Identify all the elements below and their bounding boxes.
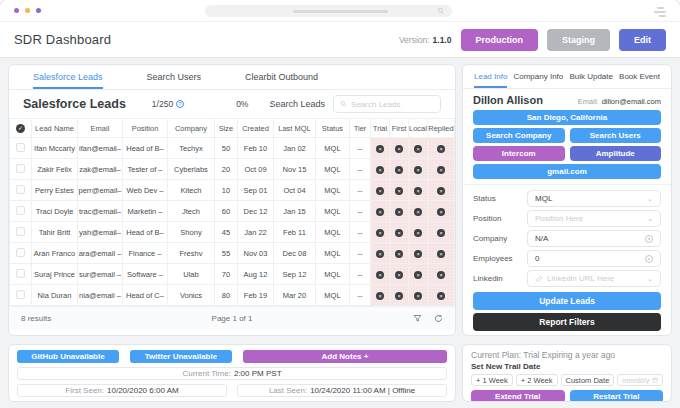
amplitude-button[interactable]: Amplitude: [570, 146, 662, 161]
tab-book-event[interactable]: Book Event: [619, 65, 660, 88]
tab-salesforce-leads[interactable]: Salesforce Leads: [33, 65, 103, 89]
flag-cell: ×: [409, 243, 428, 264]
row-checkbox[interactable]: [16, 290, 25, 299]
cell-name: Nia Duran: [32, 285, 78, 306]
row-checkbox[interactable]: [16, 164, 25, 173]
crossed-circle-icon: ×: [395, 292, 403, 300]
search-leads-label: Search Leads: [269, 99, 325, 109]
row-checkbox[interactable]: [16, 143, 25, 152]
row-checkbox[interactable]: [16, 185, 25, 194]
search-company-button[interactable]: Search Company: [473, 128, 565, 143]
status-select[interactable]: MQL ⌄: [527, 190, 661, 207]
staging-button[interactable]: Staging: [547, 29, 610, 51]
table-row[interactable]: Suraj Princesur@email –Software –Ulab70A…: [10, 264, 455, 285]
extend-trial-button[interactable]: Extend Trial: [471, 390, 565, 402]
help-icon[interactable]: ?: [176, 100, 184, 108]
position-select[interactable]: Position Here ⌄: [527, 210, 661, 227]
table-row[interactable]: Perry Estesperr@email–Web Dev –Kitech10S…: [10, 180, 455, 201]
row-checkbox[interactable]: [16, 206, 25, 215]
crossed-circle-icon: ×: [437, 208, 445, 216]
restart-trial-button[interactable]: Restart Trial: [570, 390, 664, 402]
window-control-dot[interactable]: [25, 8, 30, 13]
row-select-cell: [10, 264, 32, 285]
cell-company: Techyx: [168, 138, 215, 159]
cell-status: MQL: [316, 201, 350, 222]
edit-button[interactable]: Edit: [619, 29, 666, 51]
twitter-button[interactable]: Twitter Unavailable: [130, 350, 232, 363]
tab-clearbit-outbound[interactable]: Clearbit Outbound: [245, 65, 318, 89]
select-all-checkbox[interactable]: ✓: [16, 124, 25, 133]
window-control-dot[interactable]: [14, 8, 19, 13]
clear-icon[interactable]: ×: [645, 255, 653, 263]
table-row[interactable]: Nia Durannia@email –Head of C–Vonics80Fe…: [10, 285, 455, 306]
url-bar[interactable]: [205, 5, 452, 17]
gmail-button[interactable]: gmail.com: [473, 164, 661, 179]
cell-size: 50: [215, 138, 238, 159]
menu-icon[interactable]: [654, 7, 666, 17]
cell-position: Tester of –: [123, 159, 168, 180]
add-notes-button[interactable]: Add Notes +: [243, 350, 447, 363]
search-leads-input[interactable]: [351, 100, 434, 109]
production-button[interactable]: Production: [461, 29, 539, 51]
crossed-circle-icon: ×: [414, 271, 422, 279]
flag-cell: ×: [371, 201, 390, 222]
window-controls[interactable]: [14, 8, 41, 13]
employees-field[interactable]: 0 ×: [527, 250, 661, 267]
crossed-circle-icon: ×: [414, 292, 422, 300]
tab-company-info[interactable]: Company Info: [513, 65, 563, 88]
report-filters-button[interactable]: Report Filters: [473, 313, 661, 331]
flag-cell: ×: [409, 222, 428, 243]
update-leads-button[interactable]: Update Leads: [473, 292, 661, 310]
cell-name: Perry Estes: [32, 180, 78, 201]
cell-email: yah@email–: [78, 222, 123, 243]
tab-search-users[interactable]: Search Users: [147, 65, 202, 89]
table-row[interactable]: Ifan Mccartyifan@email–Head of B–Techyx5…: [10, 138, 455, 159]
leads-table-body: Ifan Mccartyifan@email–Head of B–Techyx5…: [10, 138, 455, 306]
table-footer: 8 results Page 1 of 1: [9, 306, 455, 329]
flag-cell: ×: [371, 222, 390, 243]
current-time-box: Current Time: 2:00 PM PST: [17, 367, 447, 380]
plus-1-week-button[interactable]: + 1 Week: [471, 374, 513, 386]
github-button[interactable]: GitHub Unavailable: [17, 350, 119, 363]
custom-date-input-box: [617, 374, 663, 386]
tab-bulk-update[interactable]: Bulk Update: [569, 65, 613, 88]
table-row[interactable]: Zakir Felixzak@email–Tester of –Cyberlab…: [10, 159, 455, 180]
table-row[interactable]: Aran Francoara@email –Finance –Freshv55N…: [10, 243, 455, 264]
window-control-dot[interactable]: [36, 8, 41, 13]
cell-size: 70: [215, 264, 238, 285]
cell-status: MQL: [316, 264, 350, 285]
location-button[interactable]: San Diego, California: [473, 110, 661, 125]
custom-date-input[interactable]: [622, 377, 650, 384]
cell-tier: --: [350, 222, 371, 243]
flag-cell: ×: [390, 159, 409, 180]
cell-last-mql: Nov 15: [274, 159, 316, 180]
lead-info-tab-bar: Lead Info Company Info Bulk Update Book …: [463, 65, 671, 89]
cell-tier: --: [350, 138, 371, 159]
row-checkbox[interactable]: [16, 269, 25, 278]
crossed-circle-icon: ×: [376, 250, 384, 258]
position-label: Position: [473, 214, 527, 223]
intercom-button[interactable]: Intercom: [473, 146, 565, 161]
refresh-icon[interactable]: [434, 314, 443, 323]
cell-name: Zakir Felix: [32, 159, 78, 180]
activity-panel: GitHub Unavailable Twitter Unavailable A…: [8, 344, 456, 402]
filter-icon[interactable]: [413, 314, 422, 323]
crossed-circle-icon: ×: [376, 166, 384, 174]
table-row[interactable]: Tahir Brittyah@email–Head of B–Shony45Ja…: [10, 222, 455, 243]
crossed-circle-icon: ×: [395, 208, 403, 216]
custom-date-button[interactable]: Custom Date: [561, 374, 615, 386]
row-checkbox[interactable]: [16, 227, 25, 236]
tab-lead-info[interactable]: Lead Info: [474, 65, 507, 88]
current-time-value: 2:00 PM PST: [234, 369, 282, 378]
flag-cell: ×: [409, 285, 428, 306]
row-checkbox[interactable]: [16, 248, 25, 257]
clear-icon[interactable]: ×: [645, 235, 653, 243]
linkedin-field[interactable]: Linkedin URL Here ⌄: [527, 270, 661, 287]
company-field[interactable]: N/A ×: [527, 230, 661, 247]
search-users-button[interactable]: Search Users: [570, 128, 662, 143]
plus-2-week-button[interactable]: + 2 Week: [516, 374, 558, 386]
first-seen-value: 10/20/2020 6:00 AM: [107, 386, 179, 395]
cell-created: Feb 10: [238, 138, 274, 159]
cell-company: Shony: [168, 222, 215, 243]
table-row[interactable]: Traci Doyletrac@email–Marketin –Jtech60D…: [10, 201, 455, 222]
